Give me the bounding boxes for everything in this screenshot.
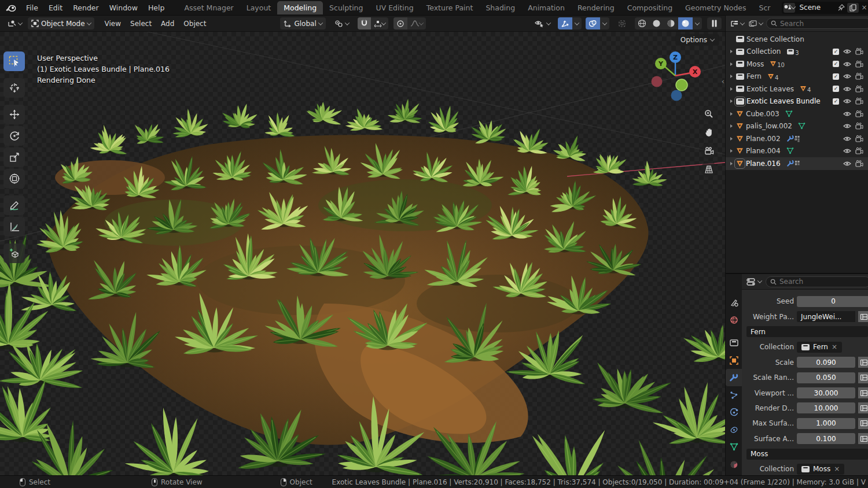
tab-layout[interactable]: Layout	[240, 1, 278, 14]
tab-tool[interactable]	[726, 294, 742, 311]
tab-collection-properties[interactable]	[726, 334, 742, 352]
expand-arrow-icon[interactable]	[730, 50, 733, 53]
tool-rotate[interactable]	[3, 126, 25, 146]
eye-icon[interactable]	[843, 73, 851, 79]
menu-add[interactable]: Add	[156, 20, 179, 28]
outliner-row-plane-004[interactable]: Plane.004	[726, 145, 868, 158]
shading-dropdown-button[interactable]	[693, 17, 702, 29]
moss-collection-chip[interactable]: Moss ×	[797, 464, 844, 475]
tool-add-primitive[interactable]	[3, 243, 25, 263]
render-display-field[interactable]: 10.000	[797, 402, 855, 413]
camera-render-icon[interactable]	[855, 48, 863, 55]
scene-name[interactable]: Scene	[795, 3, 836, 12]
properties-search[interactable]	[766, 276, 868, 287]
library-icon[interactable]	[858, 387, 868, 398]
gizmos-dropdown-button[interactable]	[572, 17, 582, 29]
viewport-display-field[interactable]: 30.000	[797, 387, 855, 398]
tab-uv-editing[interactable]: UV Editing	[369, 1, 420, 14]
outliner-row-collection[interactable]: Collection 3 ✓	[726, 46, 868, 58]
eye-icon[interactable]	[843, 161, 851, 167]
pan-hand-button[interactable]	[701, 124, 717, 141]
tab-geometry-nodes[interactable]: Geometry Nodes	[679, 1, 752, 14]
eye-icon[interactable]	[843, 123, 851, 129]
mode-selector[interactable]: Object Mode	[28, 17, 94, 29]
tab-scripting[interactable]: Scr	[753, 1, 777, 14]
menu-help[interactable]: Help	[143, 3, 170, 12]
tab-shading[interactable]: Shading	[479, 1, 521, 14]
camera-view-button[interactable]	[701, 143, 717, 159]
menu-view[interactable]: View	[100, 20, 126, 28]
orthographic-toggle-button[interactable]	[701, 161, 717, 178]
pin-icon[interactable]	[836, 3, 847, 13]
expand-arrow-icon[interactable]	[730, 124, 733, 128]
outliner-row-fern[interactable]: Fern 4 ✓	[726, 71, 868, 83]
zoom-button[interactable]	[701, 106, 717, 122]
navigation-gizmo[interactable]: Z Y X	[649, 49, 702, 102]
outliner-row-palis-low-002[interactable]: palis_low.002	[726, 120, 868, 133]
library-icon[interactable]	[858, 402, 868, 413]
tab-physics-properties[interactable]	[726, 404, 742, 421]
tool-move[interactable]	[3, 105, 25, 124]
tab-compositing[interactable]: Compositing	[621, 1, 679, 14]
expand-arrow-icon[interactable]	[730, 87, 733, 91]
exclude-checkbox[interactable]: ✓	[833, 73, 839, 80]
outliner-row-plane-002[interactable]: Plane.002	[726, 132, 868, 145]
tab-texture-paint[interactable]: Texture Paint	[420, 1, 480, 14]
blender-logo-icon[interactable]	[0, 3, 21, 12]
library-icon[interactable]	[858, 418, 868, 429]
camera-render-icon[interactable]	[855, 135, 863, 142]
properties-display-button[interactable]	[745, 276, 763, 288]
camera-render-icon[interactable]	[855, 147, 863, 154]
expand-arrow-icon[interactable]	[730, 162, 733, 165]
exclude-checkbox[interactable]: ✓	[833, 86, 839, 92]
fern-name-field[interactable]: Fern	[746, 326, 868, 337]
outliner-row-exotic-leaves[interactable]: Exotic Leaves 4 ✓	[726, 83, 868, 95]
visibility-toggles-button[interactable]	[531, 17, 554, 29]
outliner-filter-viewlayer-button[interactable]	[748, 17, 764, 29]
pivot-point-button[interactable]	[331, 17, 352, 29]
camera-render-icon[interactable]	[855, 61, 863, 68]
unlink-scene-icon[interactable]: ×	[859, 3, 868, 13]
exclude-checkbox[interactable]: ✓	[833, 98, 839, 105]
exclude-checkbox[interactable]: ✓	[833, 49, 839, 55]
eye-icon[interactable]	[843, 136, 851, 142]
overlays-dropdown-button[interactable]	[600, 17, 609, 29]
tool-annotate[interactable]	[3, 195, 25, 215]
camera-render-icon[interactable]	[855, 110, 863, 117]
tool-transform[interactable]	[3, 169, 25, 188]
gizmo-axis-neg-z[interactable]	[671, 90, 682, 101]
shading-material-button[interactable]	[664, 17, 678, 29]
surface-angle-field[interactable]: 0.100	[797, 433, 855, 444]
menu-file[interactable]: File	[21, 3, 43, 12]
remove-icon[interactable]: ×	[832, 343, 837, 351]
tab-modifier-properties[interactable]	[726, 369, 742, 386]
outliner-row-cube-003[interactable]: Cube.003	[726, 108, 868, 120]
expand-arrow-icon[interactable]	[730, 137, 733, 141]
show-overlays-toggle[interactable]	[586, 17, 600, 29]
expand-arrow-icon[interactable]	[730, 99, 733, 103]
camera-render-icon[interactable]	[855, 98, 863, 105]
eye-icon[interactable]	[843, 61, 851, 67]
camera-render-icon[interactable]	[855, 160, 863, 167]
outliner-row-exotic-leaves-bundle[interactable]: Exotic Leaves Bundle ✓	[726, 95, 868, 108]
scale-random-field[interactable]: 0.050	[797, 372, 855, 383]
tab-animation[interactable]: Animation	[521, 1, 571, 14]
properties-search-input[interactable]	[779, 278, 866, 286]
gizmo-axis-neg-x[interactable]	[652, 76, 663, 87]
show-gizmos-toggle[interactable]	[558, 17, 572, 29]
shading-solid-button[interactable]	[649, 17, 664, 29]
proportional-edit-toggle[interactable]	[393, 17, 407, 29]
tab-particle-properties[interactable]	[726, 386, 742, 404]
eye-icon[interactable]	[843, 49, 851, 54]
camera-render-icon[interactable]	[855, 86, 863, 93]
new-scene-icon[interactable]	[847, 3, 859, 13]
scale-field[interactable]: 0.090	[797, 357, 855, 368]
snap-settings-button[interactable]	[371, 17, 388, 29]
tool-cursor[interactable]	[3, 78, 25, 98]
expand-arrow-icon[interactable]	[730, 149, 733, 153]
menu-window[interactable]: Window	[104, 3, 143, 12]
tab-asset-manager[interactable]: Asset Mnager	[178, 1, 240, 14]
library-icon[interactable]	[858, 357, 868, 368]
tab-rendering[interactable]: Rendering	[571, 1, 621, 14]
eye-icon[interactable]	[843, 98, 851, 104]
